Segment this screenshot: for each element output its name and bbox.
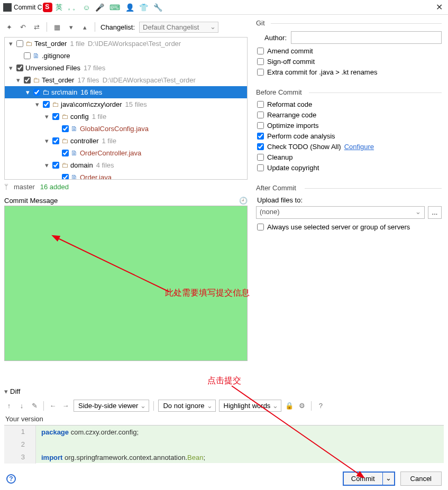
- group-icon[interactable]: ▦: [52, 22, 62, 32]
- tree-node-src-main[interactable]: ▾🗀src\main16 files: [5, 86, 247, 98]
- file-icon: 🗎: [33, 52, 40, 60]
- extra-commit-checkbox[interactable]: [257, 69, 264, 76]
- node-checkbox[interactable]: [24, 77, 31, 84]
- ime-icons: ☺ 🎤 ⌨ 👤 👕 🔧: [83, 3, 165, 12]
- node-checkbox[interactable]: [62, 150, 69, 156]
- tree-node-controller[interactable]: ▾🗀controller1 file: [5, 135, 247, 147]
- upload-value: (none): [260, 208, 280, 216]
- collapse-icon[interactable]: ▴: [80, 22, 89, 32]
- reformat-checkbox[interactable]: [257, 101, 264, 108]
- copyright-label: Update copyright: [267, 164, 319, 172]
- tree-node-gitignore[interactable]: 🗎.gitignore: [5, 50, 247, 62]
- author-label: Author:: [256, 34, 287, 42]
- node-checkbox[interactable]: [16, 64, 23, 71]
- viewer-value: Side-by-side viewer: [78, 402, 138, 410]
- ime-punct: ，。: [66, 3, 79, 12]
- refresh-icon[interactable]: ✦: [4, 22, 14, 32]
- amend-checkbox[interactable]: [257, 48, 264, 54]
- diff-icon[interactable]: ⇄: [32, 22, 41, 32]
- separator: [43, 401, 44, 411]
- reformat-label: Reformat code: [267, 100, 312, 108]
- forward-icon[interactable]: →: [61, 402, 70, 410]
- expand-diff-icon: ▾: [4, 387, 8, 395]
- node-checkbox[interactable]: [43, 101, 50, 108]
- java-file-icon: 🗎: [71, 149, 78, 157]
- rearrange-label: Rearrange code: [267, 111, 316, 119]
- always-server-checkbox[interactable]: [257, 224, 264, 230]
- commit-button[interactable]: Commit: [344, 473, 382, 485]
- tree-node-ordercontroller[interactable]: 🗎OrderController.java: [5, 147, 247, 159]
- undo-icon[interactable]: ↶: [18, 22, 28, 32]
- signoff-checkbox[interactable]: [257, 58, 264, 65]
- node-checkbox[interactable]: [33, 89, 40, 96]
- code-viewer[interactable]: 1 package com.czxy.order.config; 2 3 imp…: [4, 425, 444, 463]
- folder-icon: 🗀: [42, 88, 49, 96]
- ignore-dropdown[interactable]: Do not ignore: [158, 400, 215, 412]
- configure-link[interactable]: Configure: [344, 143, 374, 151]
- commit-split-button[interactable]: Commit ⌄: [343, 471, 395, 486]
- added-count: 16 added: [40, 183, 69, 191]
- next-diff-icon[interactable]: ↓: [17, 402, 26, 410]
- commit-message-textarea[interactable]: [4, 206, 248, 361]
- extra-commit-label: Extra commit for .java > .kt renames: [267, 68, 377, 76]
- prev-diff-icon[interactable]: ↑: [4, 402, 14, 410]
- optimize-label: Optimize imports: [267, 122, 319, 130]
- upload-dropdown[interactable]: (none): [256, 206, 425, 219]
- copyright-checkbox[interactable]: [257, 164, 264, 171]
- author-input[interactable]: [291, 31, 442, 44]
- tree-node-config[interactable]: ▾🗀config1 file: [5, 110, 247, 123]
- optimize-checkbox[interactable]: [257, 122, 264, 129]
- back-icon[interactable]: ←: [48, 402, 58, 410]
- highlight-value: Highlight words: [224, 402, 271, 410]
- changelist-dropdown[interactable]: Default Changelist: [139, 22, 218, 33]
- tree-node-globalcors[interactable]: 🗎GlobalCorsConfig.java: [5, 123, 247, 135]
- ime-keyboard-icon: ⌨: [109, 3, 120, 12]
- upload-more-button[interactable]: ...: [428, 206, 442, 219]
- section-git: Git: [256, 19, 442, 27]
- node-checkbox[interactable]: [24, 52, 31, 59]
- tree-node-unversioned[interactable]: ▾Unversioned Files17 files: [5, 62, 247, 74]
- amend-label: Amend commit: [267, 47, 313, 55]
- history-icon[interactable]: 🕘: [239, 197, 248, 205]
- expand-icon[interactable]: ▾: [66, 22, 76, 32]
- diff-toolbar: ↑ ↓ ✎ ← → Side-by-side viewer Do not ign…: [0, 396, 448, 415]
- node-checkbox[interactable]: [52, 137, 59, 144]
- always-server-label: Always use selected server or group of s…: [267, 223, 410, 231]
- lock-icon[interactable]: 🔒: [285, 402, 294, 410]
- analysis-label: Perform code analysis: [267, 132, 335, 140]
- diff-section-header[interactable]: ▾ Diff: [0, 386, 448, 396]
- node-checkbox[interactable]: [16, 40, 23, 47]
- commit-dropdown-arrow[interactable]: ⌄: [382, 473, 394, 485]
- todo-checkbox[interactable]: [257, 143, 264, 150]
- dialog-button-bar: ? Commit ⌄ Cancel: [0, 471, 448, 486]
- cleanup-checkbox[interactable]: [257, 154, 264, 161]
- node-checkbox[interactable]: [62, 125, 69, 132]
- code-line-2: 2: [4, 438, 444, 451]
- folder-icon: 🗀: [25, 40, 32, 48]
- changes-tree[interactable]: ▾🗀Test_order1 fileD:\IDEAWorkspace\Test_…: [4, 37, 248, 180]
- node-checkbox[interactable]: [62, 174, 69, 180]
- cancel-button[interactable]: Cancel: [400, 471, 442, 486]
- line-number: 2: [4, 438, 36, 451]
- tree-node-test-order[interactable]: ▾🗀Test_order1 fileD:\IDEAWorkspace\Test_…: [5, 38, 247, 50]
- settings-icon[interactable]: ⚙: [297, 402, 307, 410]
- left-panel: ✦ ↶ ⇄ ▦ ▾ ▴ Changelist: Default Changeli…: [0, 15, 252, 385]
- java-file-icon: 🗎: [71, 125, 78, 133]
- tree-node-test-order-2[interactable]: ▾🗀Test_order17 filesD:\IDEAWorkspace\Tes…: [5, 74, 247, 86]
- help-button[interactable]: ?: [6, 474, 16, 484]
- analysis-checkbox[interactable]: [257, 133, 264, 140]
- node-checkbox[interactable]: [52, 113, 59, 120]
- tree-toolbar: ✦ ↶ ⇄ ▦ ▾ ▴ Changelist: Default Changeli…: [4, 19, 248, 35]
- help-icon[interactable]: ?: [316, 402, 325, 410]
- edit-icon[interactable]: ✎: [30, 402, 39, 410]
- close-icon[interactable]: ✕: [436, 2, 443, 12]
- ime-toolbar: 英 ，。 ☺ 🎤 ⌨ 👤 👕 🔧: [43, 3, 165, 12]
- tree-node-java-pkg[interactable]: ▾🗀java\com\czxy\order15 files: [5, 98, 247, 110]
- node-checkbox[interactable]: [52, 162, 59, 169]
- right-panel: Git Author: Amend commit Sign-off commit…: [252, 15, 448, 385]
- rearrange-checkbox[interactable]: [257, 112, 264, 118]
- viewer-dropdown[interactable]: Side-by-side viewer: [74, 400, 149, 412]
- tree-node-domain[interactable]: ▾🗀domain4 files: [5, 159, 247, 171]
- tree-node-order-java[interactable]: 🗎Order.java: [5, 171, 247, 180]
- highlight-dropdown[interactable]: Highlight words: [219, 400, 282, 412]
